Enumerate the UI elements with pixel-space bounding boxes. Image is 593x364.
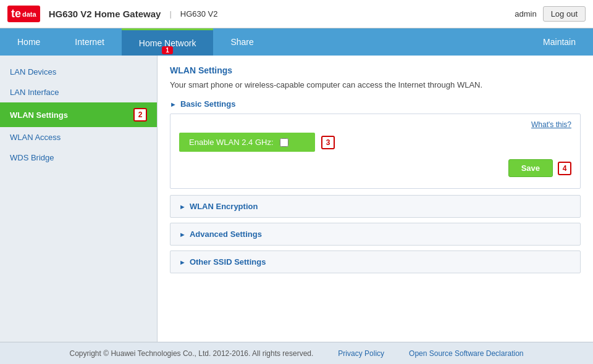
nav-spacer (271, 28, 526, 56)
basic-settings-header[interactable]: ► Basic Settings (170, 99, 581, 109)
basic-settings-body: What's this? Enable WLAN 2.4 GHz: 3 Save… (170, 114, 581, 189)
page-desc: Your smart phone or wireless-capable com… (170, 80, 581, 89)
nav-label-share: Share (230, 37, 253, 47)
advanced-settings-arrow-icon: ► (179, 231, 186, 238)
nav-bar: Home Internet Home Network 1 Share Maint… (0, 28, 593, 56)
sidebar-badge-2: 2 (133, 108, 147, 122)
nav-item-share[interactable]: Share (213, 28, 271, 56)
other-ssid-header[interactable]: ► Other SSID Settings (170, 251, 580, 273)
sidebar-label-wlan-access: WLAN Access (10, 133, 61, 142)
basic-settings-section: ► Basic Settings What's this? Enable WLA… (170, 99, 581, 189)
whats-this-label: What's this? (531, 120, 571, 129)
main-layout: LAN Devices LAN Interface WLAN Settings … (0, 56, 593, 342)
other-ssid-label: Other SSID Settings (190, 257, 266, 267)
advanced-settings-label: Advanced Settings (190, 230, 262, 239)
header-title: HG630 V2 Home Gateway (49, 9, 161, 19)
content-area: WLAN Settings Your smart phone or wirele… (158, 56, 593, 342)
sidebar-item-wds-bridge[interactable]: WDS Bridge (0, 147, 157, 168)
basic-settings-label: Basic Settings (180, 99, 236, 109)
footer-copyright: Copyright © Huawei Technologies Co., Ltd… (70, 349, 314, 358)
logo: te data (7, 6, 40, 22)
advanced-settings-section: ► Advanced Settings (170, 223, 581, 246)
enable-wlan-text: Enable WLAN 2.4 GHz: (189, 138, 274, 147)
nav-item-internet[interactable]: Internet (57, 28, 121, 56)
nav-item-maintain[interactable]: Maintain (526, 28, 593, 56)
logo-area: te data HG630 V2 Home Gateway | HG630 V2 (7, 6, 218, 22)
nav-label-home: Home (17, 37, 40, 47)
enable-wlan-row: Enable WLAN 2.4 GHz: 3 (179, 133, 571, 152)
sidebar-label-lan-interface: LAN Interface (10, 88, 59, 97)
admin-label: admin (515, 9, 536, 19)
footer: Copyright © Huawei Technologies Co., Ltd… (0, 342, 593, 364)
wlan-encryption-label: WLAN Encryption (190, 202, 258, 211)
whats-this-link[interactable]: What's this? (179, 120, 571, 129)
badge-3: 3 (321, 136, 335, 149)
sidebar: LAN Devices LAN Interface WLAN Settings … (0, 56, 158, 342)
sidebar-item-wlan-settings[interactable]: WLAN Settings 2 (0, 102, 157, 127)
nav-item-home-network[interactable]: Home Network 1 (122, 28, 214, 56)
logo-te: te (11, 7, 21, 20)
sidebar-item-lan-interface[interactable]: LAN Interface (0, 82, 157, 102)
privacy-policy-link[interactable]: Privacy Policy (338, 349, 384, 358)
sidebar-item-lan-devices[interactable]: LAN Devices (0, 62, 157, 82)
other-ssid-arrow-icon: ► (179, 259, 186, 266)
other-ssid-section: ► Other SSID Settings (170, 250, 581, 273)
header-divider: | (169, 9, 171, 19)
header-subtitle: HG630 V2 (180, 9, 218, 19)
wlan-encryption-section: ► WLAN Encryption (170, 195, 581, 218)
sidebar-label-lan-devices: LAN Devices (10, 67, 56, 77)
badge-4: 4 (558, 162, 571, 175)
wlan-encryption-arrow-icon: ► (179, 203, 186, 210)
save-button[interactable]: Save (508, 159, 553, 177)
enable-wlan-label: Enable WLAN 2.4 GHz: (179, 133, 315, 152)
logout-button[interactable]: Log out (543, 6, 586, 22)
nav-label-maintain: Maintain (543, 37, 576, 47)
basic-settings-arrow-icon: ► (170, 101, 177, 108)
save-row: Save 4 (179, 159, 571, 177)
header-right: admin Log out (515, 6, 586, 22)
enable-wlan-checkbox[interactable] (280, 138, 288, 147)
nav-label-internet: Internet (75, 37, 104, 47)
sidebar-label-wlan-settings: WLAN Settings (10, 110, 128, 120)
advanced-settings-header[interactable]: ► Advanced Settings (170, 223, 580, 245)
sidebar-label-wds-bridge: WDS Bridge (10, 153, 54, 162)
nav-item-home[interactable]: Home (0, 28, 57, 56)
wlan-encryption-header[interactable]: ► WLAN Encryption (170, 196, 580, 217)
page-title: WLAN Settings (170, 65, 581, 75)
sidebar-item-wlan-access[interactable]: WLAN Access (0, 127, 157, 147)
nav-badge-1: 1 (162, 46, 173, 54)
logo-data: data (22, 10, 36, 18)
header: te data HG630 V2 Home Gateway | HG630 V2… (0, 0, 593, 28)
open-source-link[interactable]: Open Source Software Declaration (409, 349, 523, 358)
